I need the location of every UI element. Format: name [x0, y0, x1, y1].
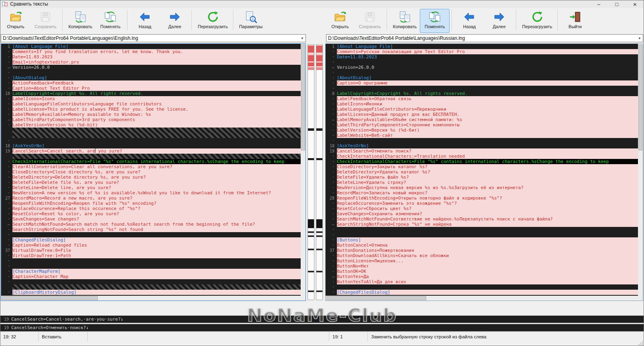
- code-line[interactable]: ·: [326, 284, 638, 290]
- code-line[interactable]: ·LabelIcons=Icons: [1, 96, 301, 101]
- code-line[interactable]: ·ButtonDownloadAllSkins=Скачать все обло…: [326, 253, 638, 258]
- code-line[interactable]: ·LabelLanguageFileContributors=Переводчи…: [326, 107, 638, 112]
- code-line[interactable]: ·[Buttons]: [326, 237, 638, 243]
- code-line[interactable]: 10LabelCopyright=Copyright %s. All right…: [1, 91, 301, 96]
- code-line[interactable]: ·DeleteDirectory=Delete directory %s, ar…: [1, 175, 301, 180]
- toolbar-button-open-folder[interactable]: Открыть: [1, 9, 31, 33]
- code-line[interactable]: 1[About Language File]: [1, 44, 301, 49]
- code-line[interactable]: ·LabelLicense=Данный продукт для вас БЕС…: [326, 112, 638, 117]
- code-line[interactable]: ·LabelLicense=This product is always FRE…: [1, 107, 301, 112]
- current-line-preview-right[interactable]: 19 CancelSearch=Отменить·поиск?↓: [0, 324, 644, 332]
- minimap-column-right[interactable]: [316, 44, 323, 300]
- toolbar-button-save[interactable]: Сохранить: [31, 9, 60, 33]
- toolbar-button-parameters[interactable]: Параметры: [236, 9, 266, 33]
- code-line[interactable]: ·ReopenFileWithEncoding=Reopen file with…: [1, 201, 301, 206]
- code-line[interactable]: ·[CharacterMapForm]: [1, 269, 301, 274]
- code-line[interactable]: ·: [1, 258, 301, 264]
- code-line[interactable]: –SearchStringNotFound=Строка "%s" не най…: [326, 222, 638, 227]
- code-line[interactable]: ·: [1, 138, 301, 143]
- vertical-scrollbar-right[interactable]: [638, 44, 643, 296]
- code-line[interactable]: ·DeleteFile=Удалить файл %s?: [326, 175, 638, 180]
- code-line[interactable]: ·NewVersion=Доступна новая версия %s из …: [326, 185, 638, 190]
- code-line[interactable]: ·VirtualDrawTree:1=Path: [1, 253, 301, 258]
- toolbar-button-arrow-right[interactable]: Далее: [484, 9, 514, 33]
- code-line[interactable]: ·LabelVersion=Version %s (%d-bit): [1, 122, 301, 128]
- toolbar-button-exit[interactable]: Выйти: [560, 9, 590, 33]
- code-line[interactable]: [1, 154, 301, 159]
- code-line[interactable]: ·[AboutDialog]: [326, 75, 638, 80]
- code-line[interactable]: ·LabelWebsite=Веб-сайт: [326, 133, 638, 138]
- code-line[interactable]: ·ClearAllConversations=Clear all convers…: [1, 164, 301, 169]
- code-line[interactable]: ·Comments=If you find translation errors…: [1, 49, 301, 54]
- toolbar-button-save[interactable]: Сохранить: [355, 9, 385, 33]
- code-line[interactable]: [1, 284, 301, 290]
- toolbar-button-reload[interactable]: Перезагрузить: [194, 9, 231, 33]
- code-line[interactable]: ·ButtonCancel=Отмена: [326, 243, 638, 248]
- code-line[interactable]: ·LabelIcons=Иконки: [326, 101, 638, 107]
- code-line[interactable]: ·Comments=Русская локализация для Text E…: [326, 49, 638, 54]
- code-line[interactable]: 1[About Language File]: [326, 44, 638, 49]
- code-line[interactable]: ·SaveChanges=Save changes?: [1, 216, 301, 222]
- code-line[interactable]: ·CloseDirectory=Close directory %s, are …: [1, 169, 301, 175]
- minimap-column-left[interactable]: [308, 44, 314, 300]
- code-line[interactable]: ·Date=11.03.2023: [326, 54, 638, 60]
- code-line[interactable]: ·Caption=Character Map: [1, 274, 301, 279]
- code-line[interactable]: 18[AskYesOrNo]: [1, 143, 301, 148]
- code-line[interactable]: ·CheckInternationalCharacters=File "%s" …: [326, 159, 638, 164]
- code-line[interactable]: ·RecordMacro=Записать новый макрос?: [326, 190, 638, 196]
- code-line[interactable]: ·ReplaceOccurence=Replace this occurence…: [1, 206, 301, 211]
- code-line[interactable]: ·LabelThirdPartyComponents=Сторонние ком…: [326, 122, 638, 128]
- code-line[interactable]: –ButtonYes=Да: [326, 274, 638, 279]
- code-line[interactable]: ·: [1, 232, 301, 237]
- code-line[interactable]: ·SaveChanges=Сохранить изменения?: [326, 211, 638, 216]
- code-line[interactable]: ·[AboutDialog]: [1, 75, 301, 80]
- code-line[interactable]: ·Caption=О программе: [326, 80, 638, 86]
- toolbar-button-copy[interactable]: Копировать: [65, 9, 95, 33]
- code-line[interactable]: ·: [326, 227, 638, 232]
- resize-grip[interactable]: [638, 341, 643, 345]
- code-line[interactable]: ·ButtonYesToAll=Да для всех: [326, 279, 638, 284]
- editor-left[interactable]: 1[About Language File]·Comments=If you f…: [1, 43, 306, 301]
- code-line[interactable]: ·DeleteFile=Delete file %s, are you sure…: [1, 180, 301, 185]
- horizontal-scrollbar-right[interactable]: [326, 296, 638, 301]
- toolbar-button-arrow-right[interactable]: Далее: [160, 9, 190, 33]
- code-line[interactable]: ·: [1, 279, 301, 284]
- code-line[interactable]: ·ResetColor=Сбросить цвет %s?: [326, 206, 638, 211]
- code-line[interactable]: –Version=26.0.0: [326, 65, 638, 70]
- code-line[interactable]: –LabelMemoryAvailable=Объём системной па…: [326, 117, 638, 122]
- code-line[interactable]: ·DeleteLine=Delete line, are you sure?: [1, 185, 301, 190]
- code-line[interactable]: ·ReplaceOccurence=Заменить это вхождение…: [326, 201, 638, 206]
- horizontal-scrollbar-left[interactable]: [1, 296, 301, 301]
- file-path-combo-left[interactable]: D:\Downloads\TextEditorPro64 Portable\La…: [1, 34, 306, 42]
- code-line[interactable]: ·ActionFeedback=Feedback: [1, 80, 301, 86]
- code-line[interactable]: ·CheckInternationalCharacters=File "%s" …: [1, 159, 301, 164]
- code-line[interactable]: [1, 128, 301, 133]
- code-line[interactable]: ·LabelLanguageFileContributors=Language …: [1, 101, 301, 107]
- code-line[interactable]: ·Caption=About Text Editor Pro: [1, 86, 301, 91]
- code-line[interactable]: ·[ChangedFilesDialog]: [1, 237, 301, 243]
- toolbar-button-arrow-left[interactable]: Назад: [130, 9, 160, 33]
- code-line[interactable]: 19CancelSearch=Cancel search, are you su…: [1, 148, 301, 154]
- toolbar-button-swap[interactable]: Поменять: [420, 9, 450, 33]
- code-line[interactable]: ·LabelMemoryAvailable=Memory available t…: [1, 112, 301, 117]
- scrollbar-thumb[interactable]: [638, 45, 642, 150]
- code-line[interactable]: ·ButtonNo=Нет: [326, 264, 638, 269]
- code-line[interactable]: ·DeleteDirectory=Удалить каталог %s?: [326, 169, 638, 175]
- code-line[interactable]: ·SearchMatchNotFound=Соответствие не най…: [326, 216, 638, 222]
- code-line[interactable]: –LabelThirdPartyComponents=3rd party com…: [1, 117, 301, 122]
- code-line[interactable]: ·ButtonOK=ОК: [326, 269, 638, 274]
- diff-minimap[interactable]: [307, 43, 324, 301]
- code-line[interactable]: ·Date=11.03.2023: [1, 54, 301, 60]
- code-line[interactable]: ·: [326, 232, 638, 237]
- code-line[interactable]: ·LabelVersion=Версия %s (%d-бит): [326, 128, 638, 133]
- scrollbar-thumb[interactable]: [301, 45, 305, 150]
- code-line[interactable]: ·: [326, 60, 638, 65]
- code-line[interactable]: [1, 133, 301, 138]
- toolbar-button-copy[interactable]: Копировать: [390, 9, 420, 33]
- code-line[interactable]: ·: [326, 70, 638, 75]
- code-line[interactable]: 27RecordMacro=Record a new macro, are yo…: [1, 196, 301, 201]
- code-line[interactable]: ·[ChangedFilesDialog]: [326, 290, 638, 295]
- code-line[interactable]: –SearchMatchNotFound=Search match not fo…: [1, 222, 301, 227]
- code-line[interactable]: 18[AskYesOrNo]: [326, 143, 638, 148]
- code-line[interactable]: ·LabelFeedback=Обратная связь: [326, 96, 638, 101]
